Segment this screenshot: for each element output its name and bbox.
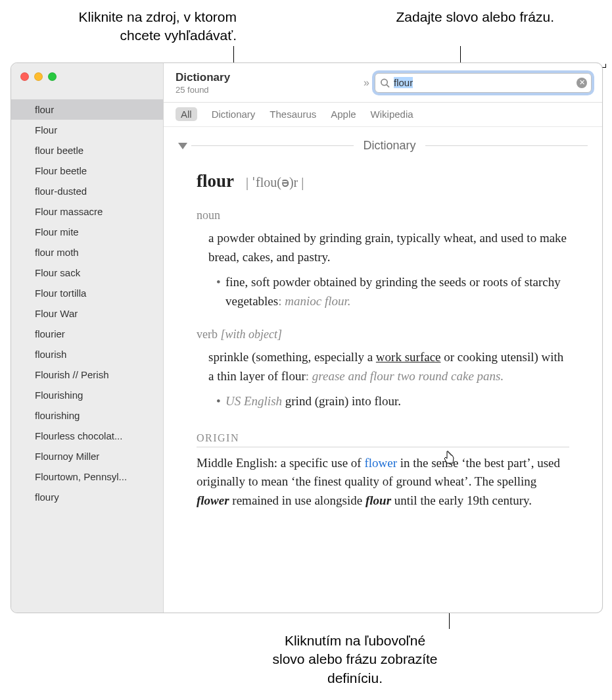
tab-wikipedia[interactable]: Wikipedia xyxy=(371,107,413,121)
sidebar-item[interactable]: Flourless chocolat... xyxy=(11,426,163,446)
tab-all[interactable]: All xyxy=(176,107,197,121)
toolbar-title: Dictionary xyxy=(176,71,230,84)
source-tabs: AllDictionaryThesaurusAppleWikipedia xyxy=(164,103,602,127)
sidebar-item[interactable]: flourishing xyxy=(11,405,163,426)
part-of-speech-noun: noun xyxy=(197,209,569,222)
sidebar-item[interactable]: Flour xyxy=(11,120,163,140)
search-icon xyxy=(380,78,390,88)
sidebar-item[interactable]: Flourish // Perish xyxy=(11,364,163,385)
tab-apple[interactable]: Apple xyxy=(331,107,356,121)
callout-search: Zadajte slovo alebo frázu. xyxy=(370,8,554,26)
clear-search-button[interactable]: ✕ xyxy=(577,78,587,88)
close-window-button[interactable] xyxy=(20,72,29,81)
sub-definition-verb[interactable]: US English grind (grain) into flour. xyxy=(216,392,569,411)
search-input[interactable]: flour xyxy=(394,77,573,88)
definition-noun[interactable]: a powder obtained by grinding grain, typ… xyxy=(208,229,569,311)
toolbar: Dictionary 25 found » flour ✕ xyxy=(164,63,602,103)
callout-click-word: Kliknutím na ľubovoľné slovo alebo frázu… xyxy=(270,632,440,688)
svg-point-0 xyxy=(381,79,387,85)
toolbar-title-group: Dictionary 25 found xyxy=(176,71,230,95)
zoom-window-button[interactable] xyxy=(48,72,57,81)
sidebar-item[interactable]: Flour War xyxy=(11,303,163,324)
sidebar-item[interactable]: Flourtown, Pennsyl... xyxy=(11,466,163,487)
divider-line xyxy=(425,145,588,146)
sub-definition-noun[interactable]: fine, soft powder obtained by grinding t… xyxy=(216,273,569,311)
sidebar-item[interactable]: flour moth xyxy=(11,242,163,262)
tab-dictionary[interactable]: Dictionary xyxy=(212,107,256,121)
sidebar-item[interactable]: floury xyxy=(11,487,163,507)
sidebar-item[interactable]: flour xyxy=(11,99,163,120)
linked-word-work-surface[interactable]: work surface xyxy=(376,350,441,364)
sidebar-item[interactable]: Flour beetle xyxy=(11,161,163,181)
sidebar-item[interactable]: Flour sack xyxy=(11,262,163,283)
part-of-speech-verb: verb [with object] xyxy=(197,328,569,341)
callout-source: Kliknite na zdroj, v ktorom chcete vyhľa… xyxy=(39,8,237,45)
sidebar-item[interactable]: flourier xyxy=(11,324,163,344)
minimize-window-button[interactable] xyxy=(34,72,43,81)
sidebar-item[interactable]: Flourishing xyxy=(11,385,163,405)
headword: flour xyxy=(197,171,234,191)
toolbar-overflow-icon[interactable]: » xyxy=(364,77,369,89)
sidebar-item[interactable]: Flour massacre xyxy=(11,201,163,222)
sidebar-item[interactable]: flourish xyxy=(11,344,163,364)
origin-heading: ORIGIN xyxy=(197,432,569,447)
main-content: Dictionary 25 found » flour ✕ AllDiction… xyxy=(164,63,602,612)
sidebar: flourFlourflour beetleFlour beetleflour-… xyxy=(11,63,164,612)
definition-verb[interactable]: sprinkle (something, especially a work s… xyxy=(208,348,569,411)
dictionary-entry: flour | ˈflou(ə)r | noun a powder obtain… xyxy=(178,171,588,510)
section-label: Dictionary xyxy=(354,139,425,153)
pronunciation: | ˈflou(ə)r | xyxy=(246,175,304,189)
sidebar-item[interactable]: flour-dusted xyxy=(11,181,163,201)
tab-thesaurus[interactable]: Thesaurus xyxy=(270,107,316,121)
sidebar-item[interactable]: flour beetle xyxy=(11,140,163,161)
divider-line xyxy=(191,145,354,146)
origin-text[interactable]: Middle English: a specific use of flower… xyxy=(197,454,569,511)
toolbar-subtitle: 25 found xyxy=(176,85,230,95)
callout-line xyxy=(605,64,606,67)
traffic-lights xyxy=(11,63,163,88)
search-field[interactable]: flour ✕ xyxy=(375,73,592,93)
sidebar-item[interactable]: Flournoy Miller xyxy=(11,446,163,466)
disclosure-triangle-icon[interactable] xyxy=(178,143,187,149)
section-divider: Dictionary xyxy=(178,139,588,153)
content-area: Dictionary flour | ˈflou(ə)r | noun a po… xyxy=(164,127,602,612)
svg-line-1 xyxy=(387,84,389,87)
sidebar-item[interactable]: Flour mite xyxy=(11,222,163,242)
sidebar-list: flourFlourflour beetleFlour beetleflour-… xyxy=(11,88,163,612)
sidebar-item[interactable]: Flour tortilla xyxy=(11,283,163,303)
dictionary-window: flourFlourflour beetleFlour beetleflour-… xyxy=(11,63,603,613)
linked-word-flower[interactable]: flower xyxy=(364,456,397,470)
